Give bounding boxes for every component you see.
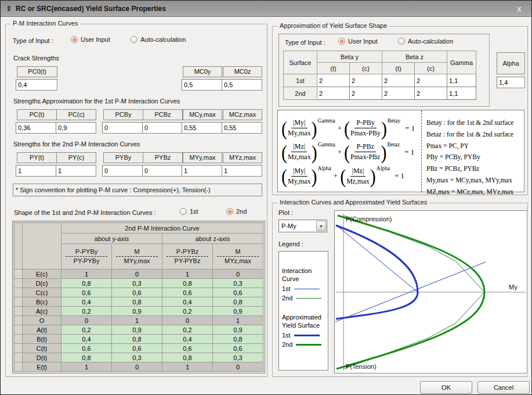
table-cell[interactable]: 1 xyxy=(213,316,263,325)
table-cell[interactable]: 0 xyxy=(162,316,213,325)
row-label-button[interactable]: A(t) xyxy=(23,325,61,335)
radio-user-input[interactable]: User Input xyxy=(71,36,110,43)
table-cell[interactable]: 0 xyxy=(213,362,263,372)
field-pcc[interactable]: 0,9 xyxy=(56,122,96,134)
row-selector-button[interactable] xyxy=(15,279,23,288)
table-cell[interactable]: 0,6 xyxy=(162,344,213,353)
field-mczmax[interactable]: 0,55 xyxy=(222,122,262,134)
gamma-input[interactable]: 1,1 xyxy=(447,87,476,100)
beta-input[interactable]: 2 xyxy=(415,74,447,87)
field-pyby[interactable]: 0 xyxy=(102,165,143,177)
row-selector-button[interactable] xyxy=(15,307,23,316)
row-label-button[interactable]: C(c) xyxy=(23,288,61,297)
table-cell[interactable]: 0,9 xyxy=(112,325,162,335)
row-selector-button[interactable] xyxy=(15,288,23,297)
beta-input[interactable]: 2 xyxy=(382,74,415,87)
plot-dropdown[interactable]: P-My ▼ xyxy=(278,220,327,232)
row-selector-button[interactable] xyxy=(15,325,23,335)
field-mc0y[interactable]: 0,5 xyxy=(182,79,222,91)
table-cell[interactable]: 0,8 xyxy=(112,297,162,307)
row-label-button[interactable]: D(c) xyxy=(23,279,61,288)
field-pcbz[interactable]: 0 xyxy=(142,122,183,134)
table-cell[interactable]: 0,6 xyxy=(61,344,112,353)
field-mcymax[interactable]: 0,55 xyxy=(182,122,222,134)
radio-auto-calculation[interactable]: Auto-calculation xyxy=(398,38,453,45)
beta-input[interactable]: 2 xyxy=(317,87,350,100)
field-pyt[interactable]: 1 xyxy=(16,165,56,177)
row-label-button[interactable]: E(c) xyxy=(23,270,61,279)
table-cell[interactable]: 0,4 xyxy=(162,335,213,344)
table-cell[interactable]: 1 xyxy=(112,316,162,325)
row-label-button[interactable]: B(t) xyxy=(23,335,61,344)
field-pcby[interactable]: 0 xyxy=(102,122,143,134)
field-pyc[interactable]: 1 xyxy=(56,165,96,177)
table-cell[interactable]: 0,6 xyxy=(61,288,112,297)
table-cell[interactable]: 0,8 xyxy=(61,279,112,288)
table-cell[interactable]: 0,9 xyxy=(213,307,263,316)
radio-user-input[interactable]: User Input xyxy=(338,38,378,45)
row-label-button[interactable]: C(t) xyxy=(23,344,61,353)
table-cell[interactable]: 1 xyxy=(162,270,213,279)
table-cell[interactable]: 0,3 xyxy=(112,353,162,362)
field-pybz[interactable]: 0 xyxy=(142,165,183,177)
table-cell[interactable]: 0,8 xyxy=(61,353,112,362)
table-cell[interactable]: 0,8 xyxy=(213,297,263,307)
table-cell[interactable]: 0,9 xyxy=(213,325,263,335)
table-cell[interactable]: 0,2 xyxy=(162,307,213,316)
table-cell[interactable]: 0,6 xyxy=(213,288,263,297)
table-cell[interactable]: 1 xyxy=(61,270,112,279)
table-cell[interactable]: 0,3 xyxy=(213,279,263,288)
beta-input[interactable]: 2 xyxy=(350,87,382,100)
close-icon[interactable]: x xyxy=(514,3,524,14)
row-selector-button[interactable] xyxy=(15,344,23,353)
beta-input[interactable]: 2 xyxy=(350,74,382,87)
gamma-input[interactable]: 1,1 xyxy=(447,74,476,87)
table-cell[interactable]: 0,3 xyxy=(112,279,162,288)
table-cell[interactable]: 0 xyxy=(61,316,112,325)
row-label-button[interactable]: O xyxy=(23,316,61,325)
row-label-button[interactable]: B(c) xyxy=(23,297,61,307)
table-cell[interactable]: 0,4 xyxy=(61,297,112,307)
radio-shape-1st[interactable]: 1st xyxy=(180,208,198,215)
table-cell[interactable]: 0,4 xyxy=(61,335,112,344)
table-cell[interactable]: 1 xyxy=(61,362,112,372)
row-selector-button[interactable] xyxy=(15,335,23,344)
beta-input[interactable]: 2 xyxy=(382,87,415,100)
table-cell[interactable]: 0,2 xyxy=(61,307,112,316)
table-cell[interactable]: 0,6 xyxy=(162,288,213,297)
table-cell[interactable]: 0,2 xyxy=(162,325,213,335)
alpha-input[interactable]: 1,4 xyxy=(497,77,525,88)
row-label-button[interactable]: A(c) xyxy=(23,307,61,316)
table-cell[interactable]: 0,9 xyxy=(112,307,162,316)
table-cell[interactable]: 0,6 xyxy=(112,344,162,353)
beta-input[interactable]: 2 xyxy=(317,74,350,87)
cancel-button[interactable]: Cancel xyxy=(477,381,530,394)
row-selector-button[interactable] xyxy=(15,362,23,372)
table-cell[interactable]: 0 xyxy=(112,362,162,372)
table-cell[interactable]: 1 xyxy=(162,362,213,372)
table-cell[interactable]: 0,8 xyxy=(162,279,213,288)
row-selector-button[interactable] xyxy=(15,353,23,362)
table-cell[interactable]: 0,8 xyxy=(162,353,213,362)
row-label-button[interactable]: D(t) xyxy=(23,353,61,362)
row-selector-button[interactable] xyxy=(15,270,23,279)
radio-shape-2nd[interactable]: 2nd xyxy=(226,208,247,215)
field-myymax[interactable]: 1 xyxy=(182,165,222,177)
table-cell[interactable]: 0,6 xyxy=(112,288,162,297)
table-cell[interactable]: 0 xyxy=(112,270,162,279)
row-label-button[interactable]: E(t) xyxy=(23,362,61,372)
table-cell[interactable]: 0 xyxy=(213,270,263,279)
field-mc0z[interactable]: 0,5 xyxy=(222,79,262,91)
row-selector-button[interactable] xyxy=(15,297,23,307)
table-cell[interactable]: 0,2 xyxy=(61,325,112,335)
table-cell[interactable]: 0,4 xyxy=(162,297,213,307)
field-pct[interactable]: 0,36 xyxy=(16,122,56,134)
table-cell[interactable]: 0,8 xyxy=(213,335,263,344)
radio-auto-calculation[interactable]: Auto-calculation xyxy=(131,36,186,43)
table-cell[interactable]: 0,8 xyxy=(112,335,162,344)
table-cell[interactable]: 0,3 xyxy=(213,353,263,362)
field-myzmax[interactable]: 1 xyxy=(222,165,262,177)
chevron-down-icon[interactable]: ▼ xyxy=(316,221,326,231)
ok-button[interactable]: OK xyxy=(420,381,472,394)
table-cell[interactable]: 0,6 xyxy=(213,344,263,353)
